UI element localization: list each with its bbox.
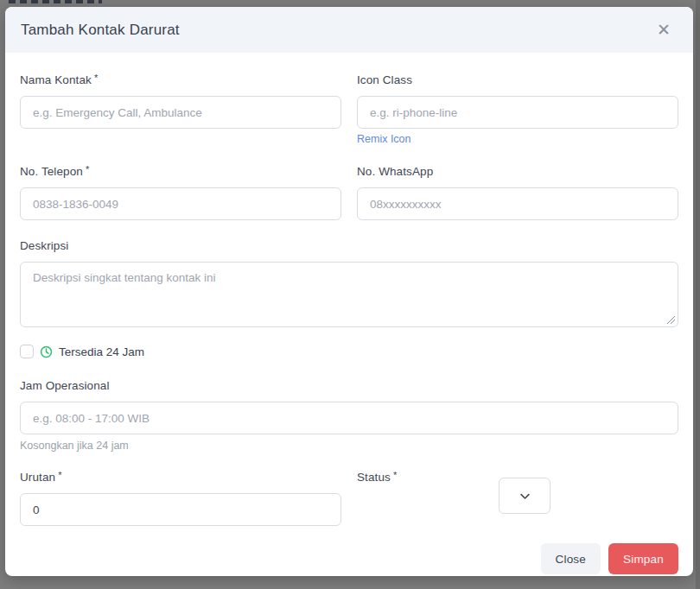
modal-body: Nama Kontak* Icon Class Remix Icon No. T… xyxy=(5,53,693,543)
urutan-input[interactable] xyxy=(20,493,341,526)
jam-operasional-label: Jam Operasional xyxy=(20,379,110,392)
close-icon[interactable]: ✕ xyxy=(653,20,674,40)
add-emergency-contact-modal: Tambah Kontak Darurat ✕ Nama Kontak* Ico… xyxy=(5,7,693,576)
icon-class-label: Icon Class xyxy=(357,73,412,86)
tersedia-24jam-checkbox[interactable] xyxy=(20,345,34,358)
urutan-label: Urutan* xyxy=(20,470,62,484)
field-group-nama-kontak: Nama Kontak* xyxy=(20,72,341,146)
clock-icon xyxy=(40,345,53,358)
field-group-no-telepon: No. Telepon* xyxy=(20,163,341,220)
no-telepon-label: No. Telepon* xyxy=(20,164,89,178)
required-asterisk: * xyxy=(86,164,89,174)
field-group-status: Status* xyxy=(357,469,678,526)
remix-icon-link[interactable]: Remix Icon xyxy=(357,133,411,145)
no-whatsapp-input[interactable] xyxy=(357,187,678,220)
deskripsi-textarea[interactable] xyxy=(20,262,678,327)
modal-header: Tambah Kontak Darurat ✕ xyxy=(5,7,693,53)
status-select[interactable] xyxy=(499,478,550,514)
tersedia-24jam-row: Tersedia 24 Jam xyxy=(20,345,678,358)
field-group-icon-class: Icon Class Remix Icon xyxy=(357,72,678,146)
field-group-jam-operasional: Jam Operasional Kosongkan jika 24 jam xyxy=(20,377,678,452)
tersedia-24jam-label[interactable]: Tersedia 24 Jam xyxy=(59,345,144,358)
field-group-deskripsi: Deskripsi xyxy=(20,238,678,327)
modal-footer: Close Simpan xyxy=(5,543,693,586)
background-text-fragment xyxy=(9,0,102,3)
no-telepon-input[interactable] xyxy=(20,187,341,220)
deskripsi-label: Deskripsi xyxy=(20,239,68,252)
nama-kontak-input[interactable] xyxy=(20,96,341,129)
icon-class-input[interactable] xyxy=(357,96,678,129)
no-whatsapp-label: No. WhatsApp xyxy=(357,165,433,178)
field-group-urutan: Urutan* xyxy=(20,469,341,526)
required-asterisk: * xyxy=(58,470,61,480)
required-asterisk: * xyxy=(94,73,98,83)
close-button[interactable]: Close xyxy=(541,543,601,574)
status-label: Status* xyxy=(357,470,397,484)
page-scrollbar[interactable] xyxy=(696,0,700,589)
chevron-down-icon xyxy=(519,490,531,503)
modal-title: Tambah Kontak Darurat xyxy=(21,22,180,39)
nama-kontak-label: Nama Kontak* xyxy=(20,73,98,86)
jam-operasional-hint: Kosongkan jika 24 jam xyxy=(20,440,678,452)
required-asterisk: * xyxy=(393,470,397,480)
simpan-button[interactable]: Simpan xyxy=(608,543,678,574)
field-group-no-whatsapp: No. WhatsApp xyxy=(357,163,678,220)
jam-operasional-input[interactable] xyxy=(20,402,678,434)
